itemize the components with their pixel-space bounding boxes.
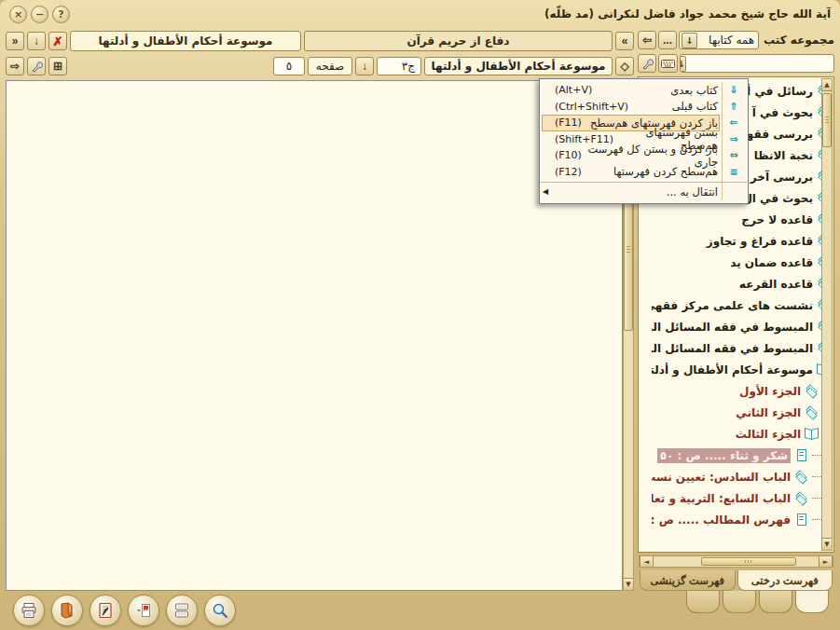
sidebar-vertical-scrollbar[interactable]: ▲ ▼ [821, 78, 833, 551]
sidebar-horizontal-scrollbar[interactable]: ► ◄ [639, 555, 833, 568]
view-tab[interactable] [686, 591, 720, 613]
grid-button[interactable]: ⊞ [48, 57, 67, 75]
menu-item[interactable]: ⇓ كتاب بعدى (Alt+V) [541, 82, 747, 99]
clipboard-pen-icon [96, 601, 115, 620]
tree-item[interactable]: قاعده القرعه [652, 273, 831, 294]
close-window-button[interactable]: × [9, 6, 27, 23]
tree-item-label: الجزء الثالث [736, 428, 801, 441]
chevron-down-icon[interactable]: ↓ [27, 32, 46, 50]
tree-item-label: المبسوط في فقه المسائل المعاصره [652, 321, 813, 334]
menu-item[interactable]: انتقال به ... ◀ [541, 182, 747, 200]
tabs-scroll-forward-button[interactable]: » [615, 32, 634, 50]
scroll-right-icon[interactable]: ► [819, 556, 833, 567]
menu-item-label: كتاب قبلى [628, 100, 723, 113]
clipboard-pen-button[interactable] [90, 595, 121, 626]
tree-item[interactable]: الجزء الأول [652, 380, 831, 402]
chevron-down-icon[interactable]: ↓ [680, 56, 686, 72]
scrollbar-track[interactable] [654, 556, 819, 567]
view-tab[interactable] [723, 591, 756, 613]
print-button[interactable] [13, 595, 45, 626]
menu-item[interactable]: ⇑ كتاب قبلى (Ctrl+Shift+V) [541, 99, 747, 116]
menu-item-icon: ≡ [723, 166, 745, 178]
back-arrow-button[interactable]: ⇦ [638, 31, 656, 49]
menu-item-icon: ⇐ [723, 116, 745, 129]
gallery-button[interactable] [128, 595, 159, 626]
tree-item[interactable]: نشست هاى علمى مركز فقهى ائمه اط [652, 294, 831, 316]
scroll-left-icon[interactable]: ◄ [640, 556, 654, 567]
document-line [16, 330, 613, 364]
chevron-down-icon[interactable]: ↓ [682, 33, 697, 48]
notes-button[interactable] [51, 595, 83, 626]
tree-item[interactable]: شكر و ثناء ..... ص : ٥٠ [652, 445, 831, 466]
tree-item[interactable]: موسوعة أحكام الأطفال و أدلتها [652, 359, 831, 380]
volume-field[interactable]: ج‌٣ [377, 57, 421, 75]
tree-item[interactable]: قاعده لا حرج [652, 209, 831, 230]
menu-item-label: انتقال به ... [555, 185, 723, 199]
page-number-field[interactable]: ٥ [273, 57, 305, 75]
tree-item[interactable]: قاعده فراغ و تجاوز [652, 230, 831, 252]
menu-item[interactable]: ≡ هم‌سطح كردن فهرستها (F12) [541, 164, 747, 181]
close-document-button[interactable]: ✗ [48, 32, 67, 50]
menu-item-shortcut: (Alt+V) [552, 84, 592, 96]
document-line [16, 158, 613, 192]
menu-item-shortcut: (Ctrl+Shift+V) [552, 101, 628, 113]
help-window-button[interactable]: ? [52, 6, 70, 23]
document-line [16, 192, 613, 226]
tab-tree-index[interactable]: فهرست درختى [737, 570, 833, 591]
tree-item[interactable]: المبسوط في فقه المسائل المعاصره [652, 337, 831, 359]
eraser-button[interactable]: ◇ [615, 57, 634, 75]
menu-item-icon: ⇓ [723, 84, 745, 96]
tree-item-label: بحوث في ال [742, 192, 813, 205]
wrench-button[interactable] [638, 54, 656, 73]
scroll-down-icon[interactable]: ▼ [822, 538, 832, 550]
document-tab-active[interactable]: موسوعة أحكام الأطفال و أدلتها [70, 31, 301, 51]
page-label[interactable]: صفحه [308, 57, 352, 75]
document-line [16, 399, 613, 433]
document-line [16, 226, 613, 261]
gallery-icon [134, 601, 153, 620]
tree-item[interactable]: الباب السابع: التربية و تعليم [652, 487, 831, 509]
tree-item-label: بررسى آخر [750, 171, 813, 184]
book-icon [794, 449, 808, 461]
chevron-down-icon[interactable]: ↓ [355, 57, 374, 75]
wrench-button[interactable] [27, 57, 46, 75]
scroll-up-icon[interactable]: ▲ [822, 79, 832, 91]
go-arrow-button[interactable]: ⇨ [6, 57, 24, 75]
notes-icon [58, 601, 76, 620]
view-tab[interactable] [795, 591, 829, 613]
zoom-button[interactable] [204, 595, 236, 626]
tabs-scroll-back-button[interactable]: « [6, 32, 24, 50]
collection-dropdown[interactable]: همه كتابها ↓ [679, 31, 759, 49]
tree-item-label: فهرس المطالب ..... ص : ٥٤٣ [652, 514, 791, 527]
view-tab[interactable] [759, 591, 792, 613]
tab-select-index[interactable]: فهرست گزينشى [640, 570, 736, 591]
scroll-down-icon[interactable]: ▼ [624, 578, 633, 590]
tree-item-label: قاعده فراغ و تجاوز [707, 235, 813, 248]
more-options-button[interactable]: ... [658, 31, 677, 49]
submenu-arrow-icon: ◀ [543, 187, 552, 196]
window-title: آية الله حاج شيخ محمد جواد فاضل لنكرانى … [544, 7, 831, 21]
document-line [16, 433, 613, 468]
tree-item-label: شكر و ثناء ..... ص : ٥٠ [657, 448, 791, 463]
panels-button[interactable] [166, 595, 198, 626]
document-tab-inactive[interactable]: دفاع از حريم قرآن [304, 31, 613, 51]
tree-item[interactable]: فهرس المطالب ..... ص : ٥٤٣ [652, 509, 831, 530]
tree-item[interactable]: قاعده ضمان يد [652, 252, 831, 273]
keyboard-button[interactable] [658, 54, 678, 73]
tree-item-label: الباب السابع: التربية و تعليم [652, 492, 791, 505]
scrollbar-track[interactable] [822, 91, 832, 538]
tree-item-label: قاعده لا حرج [741, 213, 813, 226]
tree-item[interactable]: المبسوط في فقه المسائل المعاصره [652, 316, 831, 337]
document-toolbar: ◇ موسوعة أحكام الأطفال و أدلتها ج‌٣ ↓ صف… [6, 55, 634, 77]
menu-item[interactable]: ⇔ باز كردن و بستن كل فهرست جارى (F10) [541, 147, 747, 164]
scrollbar-thumb[interactable] [701, 557, 796, 566]
search-input[interactable] [688, 54, 832, 73]
tree-item[interactable]: الجزء الثاني [652, 402, 831, 423]
tree-item[interactable]: الباب السادس: تعيين نسب [652, 466, 831, 487]
book-icon [794, 471, 808, 483]
minimize-window-button[interactable]: − [31, 6, 48, 23]
tree-item[interactable]: الجزء الثالث [652, 423, 831, 445]
quick-buttons [7, 591, 241, 626]
book-icon [805, 428, 819, 440]
scrollbar-thumb[interactable] [822, 93, 832, 147]
